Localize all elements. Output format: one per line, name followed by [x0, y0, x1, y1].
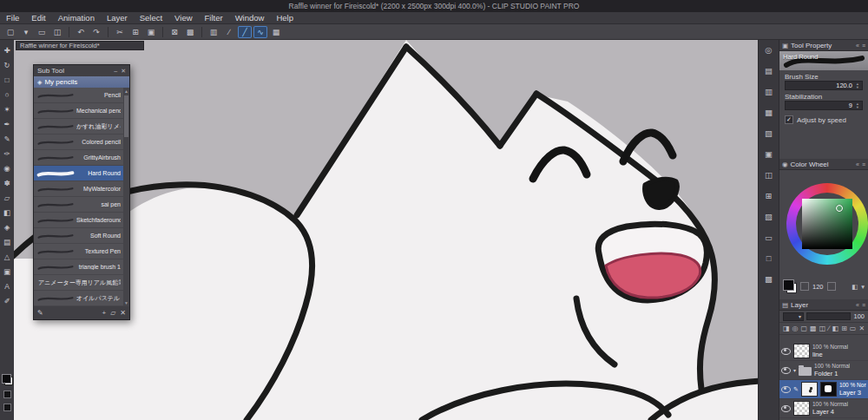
panel-menu-icon[interactable]: ≡ — [862, 302, 865, 308]
move-tool-icon[interactable]: ✚ — [2, 45, 12, 56]
canvas-tab[interactable]: Raffle winner for Fireiscold* — [16, 41, 144, 50]
brush-item[interactable]: Soft Round — [34, 228, 123, 244]
adjust-by-speed-row[interactable]: ✓ Adjust by speed — [779, 110, 868, 124]
ruler-snap-icon[interactable]: ∕ — [222, 26, 236, 38]
layer-thumbnail[interactable] — [793, 344, 810, 358]
material-folder-icon-3[interactable]: ⊞ — [763, 190, 775, 202]
scroll-down-icon[interactable]: ▼ — [124, 300, 128, 305]
airbrush-tool-icon[interactable]: ◉ — [2, 163, 12, 174]
paste-icon[interactable]: ▣ — [144, 26, 158, 38]
lasso-select-icon[interactable]: ○ — [2, 89, 12, 100]
subtool-folder-icon[interactable]: ▱ — [110, 309, 115, 317]
auto-select-icon[interactable]: ✶ — [2, 104, 12, 115]
rotate-canvas-icon[interactable]: ↻ — [2, 60, 12, 70]
brush-item[interactable]: オイルパステル 2 — [34, 291, 123, 306]
gradient-tool-icon[interactable]: ▤ — [2, 237, 12, 247]
panel-menu-icon[interactable]: ≡ — [862, 43, 865, 49]
subtool-group-header[interactable]: ◈ My pencils — [34, 76, 129, 88]
menu-edit[interactable]: Edit — [25, 12, 51, 23]
material-folder-icon-2[interactable]: ◫ — [763, 169, 775, 181]
main-sub-color-swatch[interactable] — [2, 374, 13, 385]
adjust-by-speed-checkbox[interactable]: ✓ — [785, 115, 793, 124]
sub-tool-titlebar[interactable]: Sub Tool – ✕ — [34, 65, 129, 76]
copy-icon[interactable]: ⊞ — [128, 26, 142, 38]
material-folder-icon-4[interactable]: ▨ — [763, 211, 775, 223]
menu-window[interactable]: Window — [229, 12, 271, 23]
menu-help[interactable]: Help — [270, 12, 299, 23]
text-tool-icon[interactable]: A — [2, 281, 12, 292]
history-palette-icon[interactable]: ▧ — [763, 128, 775, 140]
subtool-scrollbar[interactable]: ▲ ▼ — [123, 88, 129, 306]
pen-tool-icon[interactable]: ✒ — [2, 119, 12, 129]
menu-animation[interactable]: Animation — [52, 12, 101, 23]
new-folder-icon[interactable]: ▭ — [850, 323, 857, 334]
line-tool-icon[interactable]: ╱ — [238, 26, 252, 38]
reference-layer-icon[interactable]: ◎ — [792, 323, 799, 334]
collapse-panel-icon[interactable]: « — [856, 43, 859, 49]
figure-tool-icon[interactable]: △ — [2, 252, 12, 262]
brush-item[interactable]: GrittyAirbrush — [34, 150, 123, 166]
folder-expand-icon[interactable]: ▾ — [793, 367, 796, 373]
stabilization-spinner[interactable]: ▴ ▾ — [854, 102, 861, 109]
lock-layer-icon[interactable]: ▢ — [801, 323, 808, 334]
opacity-slider[interactable] — [806, 312, 851, 320]
brush-size-spinner[interactable]: ▴ ▾ — [854, 82, 861, 89]
close-icon[interactable]: ✕ — [121, 65, 126, 76]
visibility-eye-icon[interactable] — [781, 348, 791, 355]
brush-item[interactable]: Textured Pen — [34, 244, 123, 259]
transparent-color-swatch[interactable] — [3, 390, 11, 398]
collapse-panel-icon[interactable]: « — [856, 302, 859, 308]
quick-access-palette-icon[interactable]: ◎ — [763, 44, 775, 56]
delete-subtool-icon[interactable]: ✕ — [120, 309, 126, 317]
material-folder-icon-1[interactable]: ▣ — [763, 148, 775, 161]
layer-row-folder[interactable]: ▾ 100 % Normal Folder 1 — [779, 361, 868, 380]
panel-menu-icon[interactable]: ≡ — [862, 161, 865, 167]
pencil-tool-icon[interactable]: ✎ — [2, 134, 12, 144]
menu-view[interactable]: View — [168, 12, 198, 23]
spin-down-icon[interactable]: ▾ — [857, 86, 858, 89]
brush-tool-icon[interactable]: ✑ — [2, 148, 12, 159]
blend-mode-dropdown[interactable]: ▾ — [783, 312, 804, 321]
fill-tool-icon[interactable]: ◈ — [2, 222, 12, 233]
deselect-icon[interactable]: ⊠ — [168, 26, 181, 38]
add-subtool-icon[interactable]: + — [102, 309, 106, 317]
layer-thumbnail[interactable] — [801, 382, 818, 397]
folder-icon[interactable] — [799, 367, 812, 376]
brush-item[interactable]: triangle brush 1 — [34, 259, 123, 275]
snap-icon[interactable]: ▥ — [207, 26, 220, 38]
brush-item-selected[interactable]: Hard Round — [34, 166, 123, 181]
cut-icon[interactable]: ✂ — [113, 26, 127, 38]
undo-icon[interactable]: ↶ — [74, 26, 88, 38]
menu-layer[interactable]: Layer — [101, 12, 134, 23]
subview-palette-icon[interactable]: ▦ — [763, 107, 775, 119]
menu-filter[interactable]: Filter — [199, 12, 229, 23]
main-color-swatch[interactable] — [2, 374, 11, 384]
navigator-palette-icon[interactable]: ▥ — [763, 86, 775, 98]
saturation-value-square[interactable] — [802, 199, 852, 249]
blend-tool-icon[interactable]: ◧ — [2, 207, 12, 218]
scroll-up-icon[interactable]: ▲ — [124, 89, 128, 94]
brush-item[interactable]: アニメーター専用リアル風鉛筆 — [34, 275, 123, 291]
visibility-eye-icon[interactable] — [781, 367, 791, 374]
ruler-icon[interactable]: ∕ — [828, 323, 829, 334]
main-color-swatch[interactable] — [783, 279, 794, 291]
color-mode-icon[interactable]: ◧ — [852, 283, 858, 291]
invert-selection-icon[interactable]: ▩ — [183, 26, 197, 38]
visibility-eye-icon[interactable] — [781, 405, 791, 412]
eyedropper-tool-icon[interactable]: ✐ — [2, 296, 12, 306]
scrollbar-thumb[interactable] — [124, 95, 128, 137]
brush-item[interactable]: Pencil — [34, 88, 123, 103]
layer-row-selected[interactable]: ✎ 100 % Normal Layer 3 — [779, 380, 868, 399]
curve-tool-icon[interactable]: ∿ — [253, 26, 267, 38]
layer-color-icon[interactable]: ◧ — [832, 323, 839, 334]
brush-item[interactable]: Sketchfaderound — [34, 213, 123, 228]
redo-icon[interactable]: ↷ — [89, 26, 103, 38]
delete-layer-icon[interactable]: ✕ — [858, 323, 865, 334]
eraser-tool-icon[interactable]: ▱ — [2, 193, 12, 203]
layer-row-layer4[interactable]: 100 % Normal Layer 4 — [779, 399, 868, 418]
grid-icon[interactable]: ▦ — [269, 26, 283, 38]
new-file-dropdown-icon[interactable]: ▾ — [19, 26, 33, 38]
current-color-swatches[interactable] — [783, 279, 797, 293]
color-set-swatch[interactable] — [827, 282, 836, 291]
material-folder-icon-6[interactable]: □ — [763, 253, 775, 265]
